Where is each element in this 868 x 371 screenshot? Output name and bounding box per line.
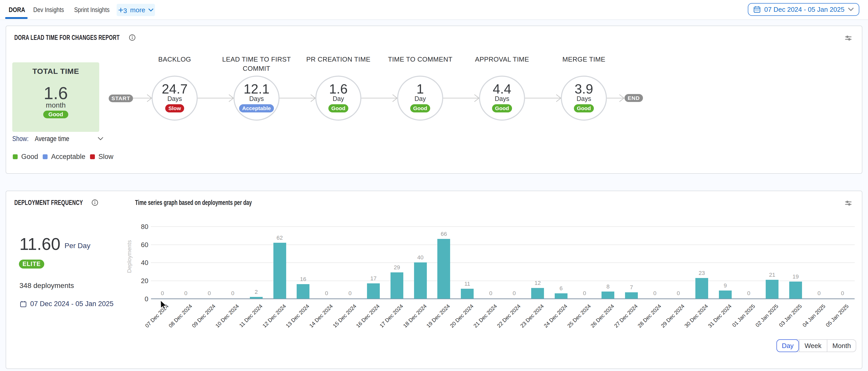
gridline bbox=[151, 244, 855, 245]
y-axis-title: Deployments bbox=[126, 240, 133, 273]
more-tabs-count: +3 bbox=[118, 5, 127, 15]
toggle-week[interactable]: Week bbox=[799, 340, 827, 351]
tab-sprint-insights-label: Sprint Insights bbox=[74, 6, 110, 14]
bar-23-dec-2024 bbox=[531, 288, 544, 299]
legend-item-good: Good bbox=[13, 153, 38, 161]
bar-value-label: 11 bbox=[457, 280, 477, 287]
bar-value-label: 12 bbox=[527, 280, 548, 286]
bar-18-dec-2024 bbox=[414, 262, 427, 299]
lead-time-card-title-text: DORA LEAD TIME FOR CHANGES REPORT bbox=[14, 34, 120, 42]
bar-value-label: 40 bbox=[410, 254, 431, 261]
stage-label: TIME TO COMMENT bbox=[382, 55, 459, 64]
tab-dev-insights[interactable]: Dev Insights bbox=[33, 0, 70, 20]
stage-rating-badge: Good bbox=[492, 104, 512, 112]
deployment-frequency-card: DEPLOYMENT FREQUENCY Time series graph b… bbox=[6, 191, 862, 369]
more-tabs-label: more bbox=[130, 6, 145, 14]
total-time-unit: month bbox=[12, 101, 99, 109]
bar-11-dec-2024 bbox=[250, 297, 262, 299]
info-icon[interactable] bbox=[129, 34, 135, 41]
stage-value: 1 bbox=[398, 82, 442, 96]
rating-legend: GoodAcceptableSlow bbox=[13, 153, 113, 161]
bar-value-label: 23 bbox=[691, 270, 712, 276]
total-time-box: TOTAL TIME 1.6 month Good bbox=[12, 62, 99, 132]
show-dropdown[interactable]: Show: Average time bbox=[12, 135, 103, 142]
stage-value: 12.1 bbox=[235, 82, 279, 96]
more-tabs-button[interactable]: +3 more bbox=[117, 4, 155, 16]
stage-rating-badge: Good bbox=[329, 104, 348, 112]
bar-20-dec-2024 bbox=[461, 289, 474, 299]
toggle-week-label: Week bbox=[805, 342, 822, 350]
flow-end-node: END bbox=[624, 94, 643, 102]
stage-value: 3.9 bbox=[562, 82, 606, 96]
calendar-icon bbox=[753, 6, 761, 13]
bar-02-jan-2025 bbox=[766, 280, 778, 299]
total-time-rating-badge: Good bbox=[43, 111, 68, 118]
bar-17-dec-2024 bbox=[391, 272, 403, 299]
chevron-down-icon bbox=[148, 8, 153, 11]
y-tick-label: 0 bbox=[125, 295, 148, 303]
date-range-text: 07 Dec 2024 - 05 Jan 2025 bbox=[764, 6, 844, 13]
bar-value-label: 0 bbox=[645, 290, 665, 297]
chart-settings-icon[interactable] bbox=[845, 35, 851, 41]
bar-value-label: 66 bbox=[433, 231, 454, 237]
stage-circle-pr-creation-time: 1.6DayGood bbox=[315, 76, 361, 121]
stage-label: MERGE TIME bbox=[546, 55, 622, 64]
legend-item-slow: Slow bbox=[90, 153, 114, 161]
legend-label: Slow bbox=[98, 153, 114, 161]
show-label: Show: bbox=[12, 135, 29, 143]
bar-value-label: 29 bbox=[387, 264, 407, 271]
bar-value-label: 0 bbox=[340, 290, 360, 297]
stage-label: APPROVAL TIME bbox=[464, 55, 540, 64]
tab-sprint-insights[interactable]: Sprint Insights bbox=[74, 0, 116, 20]
bar-19-dec-2024 bbox=[437, 239, 450, 299]
stage-circle-merge-time: 3.9DaysGood bbox=[561, 76, 607, 121]
toggle-day[interactable]: Day bbox=[776, 339, 799, 352]
bar-30-dec-2024 bbox=[695, 278, 708, 299]
bar-value-label: 8 bbox=[598, 283, 618, 290]
flow-end-label: END bbox=[628, 95, 640, 101]
chevron-down-icon bbox=[848, 8, 854, 11]
bar-value-label: 17 bbox=[363, 275, 383, 282]
stage-value: 1.6 bbox=[316, 82, 360, 96]
stage-value: 4.4 bbox=[480, 82, 524, 96]
bar-value-label: 0 bbox=[176, 290, 196, 297]
y-tick-label: 80 bbox=[125, 223, 148, 231]
active-tab-underline bbox=[5, 17, 28, 19]
deployments-bar-chart: 020406080Deployments007 Dec 2024008 Dec … bbox=[6, 191, 863, 369]
stage-value: 24.7 bbox=[153, 82, 197, 96]
bar-value-label: 0 bbox=[480, 290, 501, 297]
date-range-picker[interactable]: 07 Dec 2024 - 05 Jan 2025 bbox=[748, 3, 859, 16]
legend-swatch bbox=[13, 154, 18, 159]
legend-label: Acceptable bbox=[51, 153, 86, 161]
gridline bbox=[151, 280, 855, 281]
legend-swatch bbox=[90, 154, 95, 159]
bar-value-label: 16 bbox=[293, 276, 313, 282]
toggle-month[interactable]: Month bbox=[827, 340, 857, 351]
stage-circle-backlog: 24.7DaysSlow bbox=[152, 76, 198, 121]
stage-circle-lead-time-to-first-commit: 12.1DaysAcceptable bbox=[234, 76, 280, 121]
lead-time-card: DORA LEAD TIME FOR CHANGES REPORT TOTAL … bbox=[6, 26, 862, 174]
bar-value-label: 6 bbox=[551, 285, 571, 292]
bar-31-dec-2024 bbox=[719, 291, 732, 299]
legend-swatch bbox=[43, 154, 48, 159]
bar-value-label: 62 bbox=[270, 235, 290, 241]
bar-value-label: 0 bbox=[152, 290, 173, 297]
bar-value-label: 0 bbox=[575, 290, 595, 297]
lead-time-card-title: DORA LEAD TIME FOR CHANGES REPORT bbox=[14, 34, 161, 42]
page: DORA Dev Insights Sprint Insights +3 mor… bbox=[0, 0, 868, 371]
tab-dora[interactable]: DORA bbox=[9, 0, 28, 20]
bar-value-label: 21 bbox=[762, 272, 782, 278]
stage-unit: Day bbox=[316, 95, 360, 102]
stage-circle-approval-time: 4.4DaysGood bbox=[479, 76, 525, 121]
chevron-down-icon bbox=[98, 137, 103, 140]
y-tick-label: 20 bbox=[125, 277, 148, 285]
stage-label: PR CREATION TIME bbox=[300, 55, 377, 64]
stage-unit: Days bbox=[480, 95, 524, 102]
stage-rating-badge: Acceptable bbox=[239, 104, 274, 112]
bar-value-label: 0 bbox=[668, 290, 688, 297]
bar-value-label: 0 bbox=[199, 290, 219, 297]
stage-unit: Day bbox=[398, 95, 442, 102]
bar-03-jan-2025 bbox=[789, 281, 802, 299]
lead-time-flow: START END BACKLOG24.7DaysSlowLEAD TIME T… bbox=[6, 26, 863, 174]
bar-value-label: 0 bbox=[504, 290, 525, 297]
